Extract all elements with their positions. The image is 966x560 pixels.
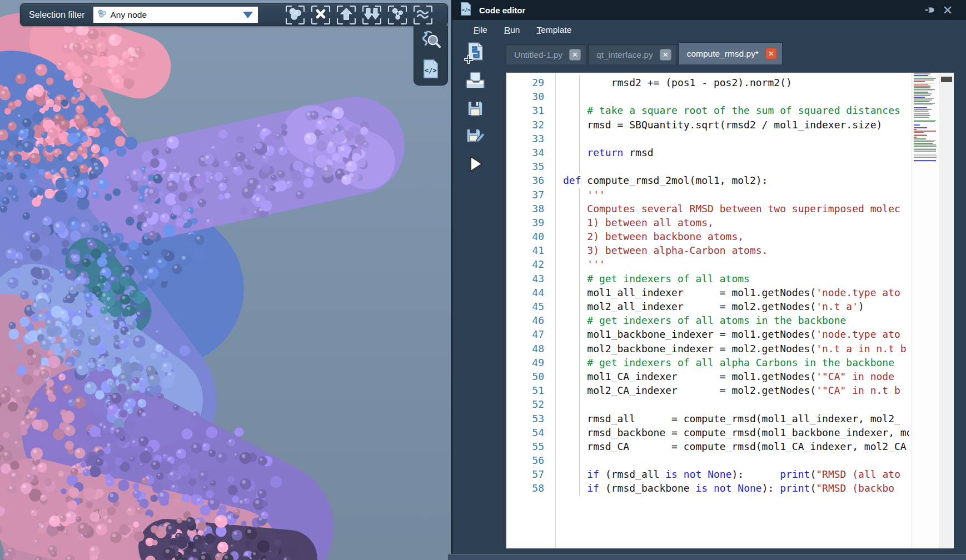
code-editor-icon: </> bbox=[460, 2, 472, 18]
selection-filter-value: Any node bbox=[111, 10, 243, 20]
line-number: 46 bbox=[506, 313, 544, 327]
code-line: 38 Computes several RMSD between two sup… bbox=[506, 202, 909, 216]
line-number: 47 bbox=[506, 327, 544, 341]
code-line: 52 bbox=[506, 397, 909, 411]
line-number: 45 bbox=[506, 299, 544, 313]
svg-text:</>: </> bbox=[425, 67, 437, 74]
code-line: 30 bbox=[506, 89, 909, 103]
open-code-editor-button[interactable]: </> bbox=[419, 58, 443, 82]
selection-filter-label: Selection filter bbox=[29, 10, 85, 20]
editor-tabbar: Untitled-1.py✕qt_interface.py✕compute_rm… bbox=[506, 42, 783, 64]
tab-close-icon[interactable]: ✕ bbox=[569, 49, 581, 61]
menu-run[interactable]: Run bbox=[504, 25, 520, 35]
new-python-file-button[interactable] bbox=[464, 42, 487, 66]
new-python-file-icon bbox=[464, 42, 486, 66]
svg-text:</>: </> bbox=[462, 7, 471, 13]
line-number: 49 bbox=[506, 356, 544, 369]
code-line: 43 # get indexers of all atoms bbox=[506, 272, 909, 286]
open-file-button[interactable] bbox=[464, 70, 487, 93]
tab-close-icon[interactable]: ✕ bbox=[660, 49, 671, 61]
menu-file[interactable]: File bbox=[474, 25, 487, 35]
code-line: 34 return rmsd bbox=[506, 146, 909, 159]
line-number: 50 bbox=[506, 369, 544, 383]
code-line: 56 bbox=[506, 453, 909, 467]
line-number: 48 bbox=[506, 342, 544, 356]
code-rows: 29 rmsd2 += (pos1 - pos2).norm2()3031 # … bbox=[506, 76, 909, 548]
line-number: 44 bbox=[506, 286, 544, 299]
tab-untitled-1-py[interactable]: Untitled-1.py✕ bbox=[506, 44, 586, 64]
tab-compute-rmsd-py[interactable]: compute_rmsd.py*✕ bbox=[679, 42, 783, 64]
code-line: 33 bbox=[506, 132, 909, 146]
code-line: 40 2) between backbone atoms, bbox=[506, 229, 909, 243]
code-line: 53 rmsd_all = compute_rmsd(mol1_all_inde… bbox=[506, 412, 909, 426]
tab-qt-interface-py[interactable]: qt_interface.py✕ bbox=[588, 44, 677, 64]
line-number: 36 bbox=[506, 173, 544, 187]
run-icon bbox=[465, 154, 485, 176]
line-number: 35 bbox=[506, 159, 544, 173]
indent-guide bbox=[579, 188, 580, 496]
code-editor-title: Code editor bbox=[479, 6, 525, 15]
code-line: 58 if (rmsd_backbone is not None): print… bbox=[506, 481, 909, 495]
docked-panel-edge bbox=[448, 554, 966, 560]
line-number: 54 bbox=[506, 426, 544, 439]
tab-close-icon[interactable]: ✕ bbox=[765, 48, 777, 59]
code-line: 31 # take a square root of the sum of sq… bbox=[506, 103, 909, 117]
code-line: 37 ''' bbox=[506, 188, 909, 202]
save-file-button[interactable] bbox=[464, 98, 487, 121]
code-line: 44 mol1_all_indexer = mol1.getNodes('nod… bbox=[506, 286, 909, 299]
line-number: 55 bbox=[506, 439, 544, 453]
selection-action-buttons bbox=[284, 6, 434, 24]
3d-viewport[interactable]: Selection filter Any node </> bbox=[0, 0, 451, 560]
select-connected-button[interactable] bbox=[386, 6, 409, 24]
code-line: 50 mol1_CA_indexer = mol1.getNodes('"CA"… bbox=[506, 369, 909, 383]
code-line: 45 mol2_all_indexer = mol2.getNodes('n.t… bbox=[506, 299, 909, 313]
select-down-button[interactable] bbox=[361, 6, 383, 24]
vertical-scrollbar[interactable] bbox=[939, 73, 954, 548]
line-number: 52 bbox=[506, 397, 544, 411]
code-line: 35 bbox=[506, 159, 909, 173]
select-nodes-button[interactable] bbox=[284, 6, 306, 24]
select-similar-button[interactable] bbox=[412, 6, 434, 24]
code-line: 54 rmsd_backbone = compute_rmsd(mol1_bac… bbox=[506, 426, 909, 439]
line-number: 34 bbox=[506, 146, 544, 159]
line-number: 53 bbox=[506, 412, 544, 426]
code-line: 29 rmsd2 += (pos1 - pos2).norm2() bbox=[506, 76, 909, 89]
code-text-area[interactable]: 29 rmsd2 += (pos1 - pos2).norm2()3031 # … bbox=[506, 72, 954, 549]
line-number: 42 bbox=[506, 257, 544, 271]
chevron-down-icon bbox=[243, 12, 253, 18]
run-script-button[interactable] bbox=[464, 153, 487, 177]
line-number: 40 bbox=[506, 229, 544, 243]
tab-label: qt_interface.py bbox=[596, 50, 653, 60]
select-up-button[interactable] bbox=[335, 6, 357, 24]
application-window: Selection filter Any node </> </> Code e… bbox=[0, 0, 966, 560]
scrollbar-thumb[interactable] bbox=[941, 77, 952, 82]
close-icon[interactable]: ✕ bbox=[940, 3, 955, 17]
zoom-to-structure-button[interactable] bbox=[419, 29, 443, 53]
clear-selection-button[interactable] bbox=[310, 6, 332, 24]
code-minimap[interactable] bbox=[912, 73, 939, 548]
line-number: 51 bbox=[506, 383, 544, 397]
line-number: 29 bbox=[506, 76, 544, 89]
structure-search-icon bbox=[420, 29, 441, 53]
line-number: 32 bbox=[506, 118, 544, 132]
code-line: 36def compute_rmsd_2mol(mol1, mol2): bbox=[506, 173, 909, 187]
editor-menubar: FileRunTemplate bbox=[452, 20, 966, 40]
code-line: 51 mol2_CA_indexer = mol2.getNodes('"CA"… bbox=[506, 383, 909, 397]
code-line: 32 rmsd = SBQuantity.sqrt(rmsd2 / mol1_i… bbox=[506, 118, 909, 132]
line-number: 41 bbox=[506, 243, 544, 257]
code-line: 41 3) between alpha-Carbon atoms. bbox=[506, 243, 909, 257]
line-number: 56 bbox=[506, 453, 544, 467]
save-file-as-button[interactable] bbox=[464, 126, 487, 149]
code-line: 48 mol2_backbone_indexer = mol2.getNodes… bbox=[506, 342, 909, 356]
line-number: 39 bbox=[506, 216, 544, 229]
menu-template[interactable]: Template bbox=[536, 25, 571, 35]
line-number: 57 bbox=[506, 467, 544, 481]
code-file-icon: </> bbox=[421, 58, 441, 82]
line-number: 37 bbox=[506, 188, 544, 202]
pin-icon[interactable] bbox=[923, 3, 937, 17]
selection-filter-dropdown[interactable]: Any node bbox=[93, 7, 258, 23]
save-icon bbox=[465, 98, 485, 121]
line-number: 30 bbox=[506, 89, 544, 103]
code-line: 49 # get indexers of all alpha Carbons i… bbox=[506, 356, 909, 369]
line-number: 38 bbox=[506, 202, 544, 216]
